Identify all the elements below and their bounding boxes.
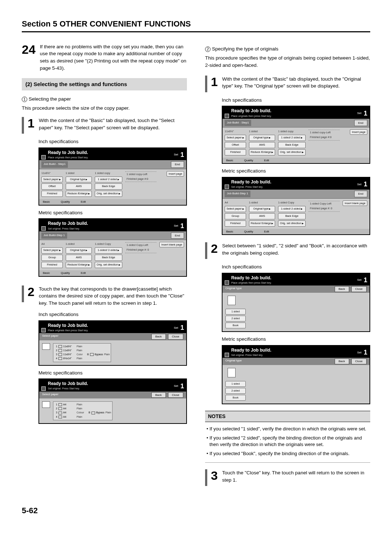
one-sided-button[interactable]: 1 sided xyxy=(225,309,246,315)
tab-edit[interactable]: Edit xyxy=(264,230,269,234)
close-button[interactable]: Close xyxy=(168,392,183,398)
original-type-button[interactable]: Original type xyxy=(249,206,275,212)
cassette-row[interactable]: 48½x14"Plain xyxy=(54,357,110,360)
cassette-row[interactable]: 1A4Plain xyxy=(54,403,111,406)
tab-basic[interactable]: Basic xyxy=(226,158,233,163)
original-type-button[interactable]: Original type xyxy=(66,177,92,183)
finished-button[interactable]: Finished xyxy=(41,262,63,268)
panel-title: Ready to Job build. xyxy=(231,108,271,114)
breadcrumb: Job Build-Step 1 xyxy=(225,191,250,197)
tab-quality[interactable]: Quality xyxy=(61,200,70,204)
ams-button[interactable]: AMS xyxy=(249,213,275,219)
origset-button[interactable]: Orig. set direction xyxy=(95,262,122,268)
end-button[interactable]: End xyxy=(354,191,367,197)
close-button[interactable]: Close xyxy=(351,286,367,292)
group-button[interactable]: Group xyxy=(225,213,246,219)
finished-button[interactable]: Finished xyxy=(225,149,246,155)
book-button[interactable]: Book xyxy=(225,395,246,401)
end-button[interactable]: End xyxy=(171,232,184,239)
close-button[interactable]: Close xyxy=(351,358,367,364)
step-text: With the content of the "Basic" tab disp… xyxy=(222,76,370,92)
set-label: Set xyxy=(174,384,178,388)
select-paper-button[interactable]: Select paper xyxy=(225,135,246,141)
divider xyxy=(205,462,370,463)
sided-button[interactable]: 1-sided/ 2-sided xyxy=(95,247,122,254)
back-button[interactable]: Back xyxy=(335,286,349,292)
sided-button[interactable]: 1-sided/ 2-sided xyxy=(278,206,305,212)
back-button[interactable]: Back xyxy=(151,334,166,340)
end-button[interactable]: End xyxy=(354,120,367,126)
tab-quality[interactable]: Quality xyxy=(244,158,253,163)
tab-edit[interactable]: Edit xyxy=(264,158,269,163)
select-paper-button[interactable]: Select paper xyxy=(225,206,246,212)
back-button[interactable]: Back xyxy=(335,358,349,364)
insert-blank-page-button[interactable]: Insert blank page xyxy=(343,200,367,206)
set-label: Set xyxy=(357,278,362,282)
insert-blank-page-button[interactable]: Insert blank page xyxy=(159,242,184,247)
tab-quality[interactable]: Quality xyxy=(244,230,253,234)
set-count: 1 xyxy=(180,323,184,332)
row-type: Plain xyxy=(77,345,82,348)
cassette-row[interactable]: 311x8½"ColorBBypass Plain xyxy=(54,353,110,356)
book-button[interactable]: Book xyxy=(225,323,246,328)
backedge-button[interactable]: Back Edge xyxy=(278,213,305,219)
cassette-row[interactable]: 211x8½"Plain xyxy=(54,349,110,352)
tab-quality[interactable]: Quality xyxy=(61,271,70,275)
inch-spec-label: Inch specifications xyxy=(38,138,187,145)
reduce-enlarge-button[interactable]: Reduce/ Enlarge xyxy=(66,262,92,268)
two-sided-button[interactable]: 2 sided xyxy=(225,316,246,321)
cassette-row[interactable]: 111x8½"Plain xyxy=(54,345,110,348)
sided-button[interactable]: 1 sided/ 2 sided xyxy=(95,177,122,183)
back-button[interactable]: Back xyxy=(151,392,166,398)
backedge-button[interactable]: Back Edge xyxy=(95,183,122,190)
origset-button[interactable]: Orig. set direction xyxy=(95,191,122,197)
ams-button[interactable]: AMS xyxy=(66,255,92,261)
close-button[interactable]: Close xyxy=(168,334,183,340)
tab-edit[interactable]: Edit xyxy=(81,271,86,275)
row-type: Color xyxy=(77,353,83,356)
doc-icon xyxy=(225,353,229,357)
two-sided-button[interactable]: 2-sided xyxy=(225,388,246,394)
finished-button[interactable]: Finished xyxy=(41,191,63,197)
backedge-button[interactable]: Back Edge xyxy=(95,255,122,261)
panel-title: Ready to Job build. xyxy=(48,150,88,156)
right-step-3: 3 Touch the "Close" key. The touch panel… xyxy=(205,469,370,486)
select-paper-button[interactable]: Select paper xyxy=(41,177,63,183)
tab-basic[interactable]: Basic xyxy=(43,200,50,204)
ams-button[interactable]: AMS xyxy=(249,142,275,148)
backedge-button[interactable]: Back Edge xyxy=(278,142,305,148)
ams-button[interactable]: AMS xyxy=(66,183,92,190)
cassette-row[interactable]: 3A4ColourBBypass Plain xyxy=(54,411,111,414)
reduce-enlarge-button[interactable]: Reduce/ Enlarge xyxy=(249,220,275,227)
origset-button[interactable]: Orig. set direction xyxy=(278,149,305,155)
finished-button[interactable]: Finished xyxy=(225,220,246,227)
breadcrumb: Job Build - Step1 xyxy=(225,120,251,126)
col-top: 1-sided xyxy=(249,201,275,205)
one-sided-button[interactable]: 1 sided xyxy=(225,381,246,387)
tray-icon xyxy=(58,353,62,356)
step-text: Select between "1 sided", "2 sided" and … xyxy=(222,242,370,259)
select-paper-button[interactable]: Select paper xyxy=(41,247,63,254)
tab-basic[interactable]: Basic xyxy=(226,230,233,234)
group-button[interactable]: Group xyxy=(41,255,63,261)
reduce-enlarge-button[interactable]: Reduce /Enlarge xyxy=(66,191,92,197)
set-label: Set xyxy=(357,111,362,116)
original-type-button[interactable]: Original type xyxy=(66,247,92,254)
cassette-row[interactable]: 2A4Plain xyxy=(54,407,111,410)
bypass-type: Plain xyxy=(106,411,111,414)
end-button[interactable]: End xyxy=(171,161,184,168)
section-title: Section 5 OTHER CONVENIENT FUNCTIONS xyxy=(22,18,370,32)
original-type-button[interactable]: Original type xyxy=(249,135,275,141)
tab-edit[interactable]: Edit xyxy=(81,200,86,204)
panel-subtitle: Set original. Press Start key. xyxy=(48,387,88,390)
offset-button[interactable]: Offset xyxy=(41,183,63,190)
insert-page-button[interactable]: Insert page xyxy=(350,129,367,135)
reduce-enlarge-button[interactable]: Reduce /Enlarge xyxy=(249,149,275,155)
sided-button[interactable]: 1 sided/ 2 sided xyxy=(278,135,305,141)
insert-page-button[interactable]: Insert page xyxy=(167,171,184,177)
origset-button[interactable]: Orig. set direction xyxy=(278,220,305,227)
offset-button[interactable]: Offset xyxy=(225,142,246,148)
row-size: 8½x14" xyxy=(63,357,75,360)
cassette-row[interactable]: 4A4Plain xyxy=(54,415,111,419)
tab-basic[interactable]: Basic xyxy=(43,271,50,275)
